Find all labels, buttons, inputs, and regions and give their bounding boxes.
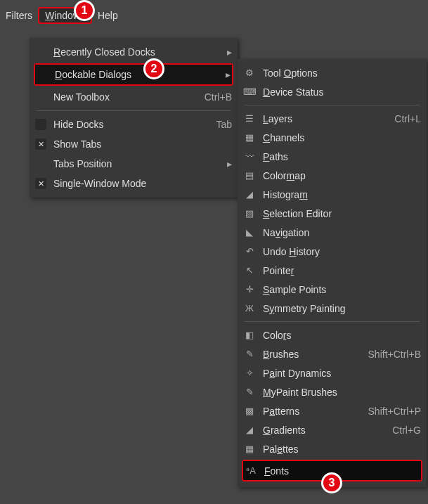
dynamics-icon: ✧ bbox=[243, 368, 256, 378]
brushes[interactable]: ✎BrushesShift+Ctrl+B bbox=[238, 344, 427, 363]
single-window-mode[interactable]: Single-Window Mode bbox=[30, 174, 238, 193]
menu-separator bbox=[245, 105, 420, 105]
paint-dynamics[interactable]: ✧Paint Dynamics bbox=[238, 363, 427, 382]
dockable-dialogs[interactable]: Dockable Dialogs▸ bbox=[35, 65, 232, 84]
sample-points[interactable]: ✛Sample Points bbox=[238, 280, 427, 299]
annotation-badge-3: 3 bbox=[321, 472, 342, 493]
histogram[interactable]: ◢Histogram bbox=[238, 185, 427, 204]
device-status[interactable]: ⌨Device Status bbox=[238, 82, 427, 101]
chevron-right-icon: ▸ bbox=[227, 158, 232, 169]
patterns[interactable]: ▩PatternsShift+Ctrl+P bbox=[238, 401, 427, 420]
symmetry-icon: Ж bbox=[243, 303, 256, 314]
mypaint-brushes[interactable]: ✎MyPaint Brushes bbox=[238, 382, 427, 401]
undo-icon: ↶ bbox=[243, 246, 256, 257]
brushes-icon: ✎ bbox=[243, 349, 256, 359]
chevron-right-icon: ▸ bbox=[226, 69, 231, 80]
navigation-icon: ◣ bbox=[243, 227, 256, 238]
palettes[interactable]: ▦Palettes bbox=[238, 439, 427, 458]
channels-icon: ▦ bbox=[243, 132, 256, 143]
windows-menu: Recently Closed Docks▸ Dockable Dialogs▸… bbox=[30, 38, 238, 198]
checkbox-checked-icon bbox=[35, 178, 46, 189]
colormap-icon: ▤ bbox=[243, 170, 256, 181]
selection-icon: ▨ bbox=[243, 208, 256, 219]
tool-options-icon: ⚙ bbox=[243, 67, 256, 78]
new-toolbox[interactable]: New ToolboxCtrl+B bbox=[30, 87, 238, 107]
palettes-icon: ▦ bbox=[243, 444, 256, 454]
dockable-dialogs-submenu: ⚙Tool Options ⌨Device Status ☰LayersCtrl… bbox=[238, 59, 427, 487]
paths[interactable]: 〰Paths bbox=[238, 147, 427, 166]
hide-docks[interactable]: Hide DocksTab bbox=[30, 115, 238, 134]
colors[interactable]: ◧Colors bbox=[238, 325, 427, 344]
pointer[interactable]: ↖Pointer bbox=[238, 261, 427, 280]
device-status-icon: ⌨ bbox=[243, 86, 256, 97]
selection-editor[interactable]: ▨Selection Editor bbox=[238, 204, 427, 223]
patterns-icon: ▩ bbox=[243, 406, 256, 416]
gradients-icon: ◢ bbox=[243, 425, 256, 435]
menubar-help[interactable]: Help bbox=[92, 7, 124, 24]
recently-closed-docks[interactable]: Recently Closed Docks▸ bbox=[30, 42, 238, 62]
colors-icon: ◧ bbox=[243, 330, 256, 340]
colormap[interactable]: ▤Colormap bbox=[238, 166, 427, 185]
fonts-icon: ᵃA bbox=[245, 465, 257, 476]
sample-points-icon: ✛ bbox=[243, 284, 256, 295]
undo-history[interactable]: ↶Undo History bbox=[238, 242, 427, 261]
menubar-filters[interactable]: Filters bbox=[0, 7, 38, 24]
layers-icon: ☰ bbox=[243, 113, 256, 124]
menu-separator bbox=[245, 321, 420, 322]
chevron-right-icon: ▸ bbox=[227, 46, 232, 58]
menubar: Filters Windows Help bbox=[0, 0, 428, 21]
paths-icon: 〰 bbox=[243, 151, 256, 162]
checkbox-icon bbox=[35, 119, 46, 130]
pointer-icon: ↖ bbox=[243, 265, 256, 276]
annotation-badge-2: 2 bbox=[143, 58, 164, 79]
navigation[interactable]: ◣Navigation bbox=[238, 223, 427, 242]
channels[interactable]: ▦Channels bbox=[238, 128, 427, 147]
histogram-icon: ◢ bbox=[243, 189, 256, 200]
tool-options[interactable]: ⚙Tool Options bbox=[238, 63, 427, 82]
gradients[interactable]: ◢GradientsCtrl+G bbox=[238, 420, 427, 439]
layers[interactable]: ☰LayersCtrl+L bbox=[238, 109, 427, 128]
mypaint-icon: ✎ bbox=[243, 387, 256, 397]
checkbox-checked-icon bbox=[35, 138, 46, 150]
menu-separator bbox=[37, 110, 231, 111]
symmetry-painting[interactable]: ЖSymmetry Painting bbox=[238, 299, 427, 318]
tabs-position[interactable]: Tabs Position▸ bbox=[30, 154, 238, 174]
show-tabs[interactable]: Show Tabs bbox=[30, 134, 238, 154]
annotation-badge-1: 1 bbox=[74, 0, 95, 21]
